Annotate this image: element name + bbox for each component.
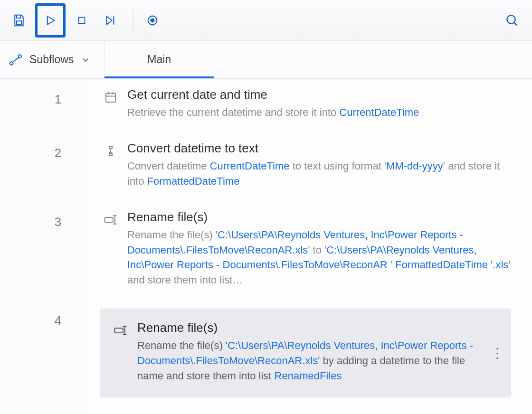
step-row[interactable]: 3 Rename file(s) Rename the file(s) 'C:\… xyxy=(100,210,511,288)
step-button[interactable] xyxy=(98,8,123,33)
step-row: 4 Rename file(s) Rename the file(s) 'C:\… xyxy=(100,309,511,397)
svg-rect-18 xyxy=(105,217,114,222)
step-row[interactable]: 2 Convert datetime to text Convert datet… xyxy=(100,141,511,189)
search-icon xyxy=(504,13,520,28)
variable-token: CurrentDateTime xyxy=(339,106,419,118)
stop-button[interactable] xyxy=(69,8,94,33)
step-title: Get current date and time xyxy=(127,87,511,102)
play-icon xyxy=(43,13,57,28)
step-title: Convert datetime to text xyxy=(127,141,511,156)
svg-marker-3 xyxy=(107,16,112,25)
subflows-dropdown[interactable]: Subflows xyxy=(0,41,104,78)
search-button[interactable] xyxy=(499,7,525,34)
svg-rect-15 xyxy=(109,146,113,148)
step-row[interactable]: 1 Get current date and time Retrieve the… xyxy=(100,87,511,120)
stop-icon xyxy=(76,14,88,27)
record-button[interactable] xyxy=(140,8,165,33)
svg-rect-2 xyxy=(79,17,85,23)
step-title: Rename file(s) xyxy=(127,210,511,225)
literal-token: MM-dd-yyyy xyxy=(386,160,443,172)
save-icon xyxy=(12,13,26,28)
record-icon xyxy=(146,14,159,27)
svg-marker-1 xyxy=(48,16,55,25)
svg-line-8 xyxy=(514,22,517,26)
svg-point-9 xyxy=(10,62,13,65)
step-icon xyxy=(103,13,117,28)
variable-token: FormattedDateTime xyxy=(395,259,488,271)
toolbar xyxy=(0,0,532,41)
variable-token: CurrentDateTime xyxy=(210,160,290,172)
step-number: 3 xyxy=(44,215,72,229)
variable-token: FormattedDateTime xyxy=(147,175,240,187)
step-title: Rename file(s) xyxy=(137,320,482,335)
tab-main[interactable]: Main xyxy=(104,41,214,78)
step-description: Rename the file(s) 'C:\Users\PA\Reynolds… xyxy=(137,338,482,384)
step-description: Rename the file(s) 'C:\Users\PA\Reynolds… xyxy=(127,227,511,288)
variable-token: RenamedFiles xyxy=(275,370,342,382)
svg-point-6 xyxy=(151,19,154,22)
step-description: Convert datetime CurrentDateTime to text… xyxy=(127,159,511,189)
toolbar-separator xyxy=(133,9,133,31)
chevron-down-icon xyxy=(80,55,91,65)
tabstrip: Subflows Main xyxy=(0,41,532,79)
rename-icon xyxy=(110,320,132,338)
rename-icon xyxy=(100,210,122,227)
save-button[interactable] xyxy=(7,8,31,33)
datetime-icon xyxy=(100,87,122,104)
step-number: 4 xyxy=(44,313,72,328)
svg-point-10 xyxy=(19,55,22,58)
flow-area: 1 Get current date and time Retrieve the… xyxy=(0,79,532,414)
literal-token: '.xls xyxy=(488,259,508,271)
subflows-icon xyxy=(9,53,23,67)
steps-list: 1 Get current date and time Retrieve the… xyxy=(86,79,532,414)
run-button[interactable] xyxy=(35,3,66,38)
svg-rect-0 xyxy=(17,21,21,25)
step-description: Retrieve the current datetime and store … xyxy=(127,105,511,120)
step-more-button[interactable]: ⋮ xyxy=(491,349,504,357)
step-number: 2 xyxy=(44,146,72,160)
step-number: 1 xyxy=(44,92,72,107)
svg-rect-22 xyxy=(115,328,124,333)
svg-rect-11 xyxy=(106,93,115,102)
line-gutter xyxy=(0,79,86,414)
convert-icon xyxy=(100,141,122,158)
step-card-selected[interactable]: Rename file(s) Rename the file(s) 'C:\Us… xyxy=(100,309,511,397)
tab-main-label: Main xyxy=(147,53,171,66)
subflows-label: Subflows xyxy=(29,53,74,66)
